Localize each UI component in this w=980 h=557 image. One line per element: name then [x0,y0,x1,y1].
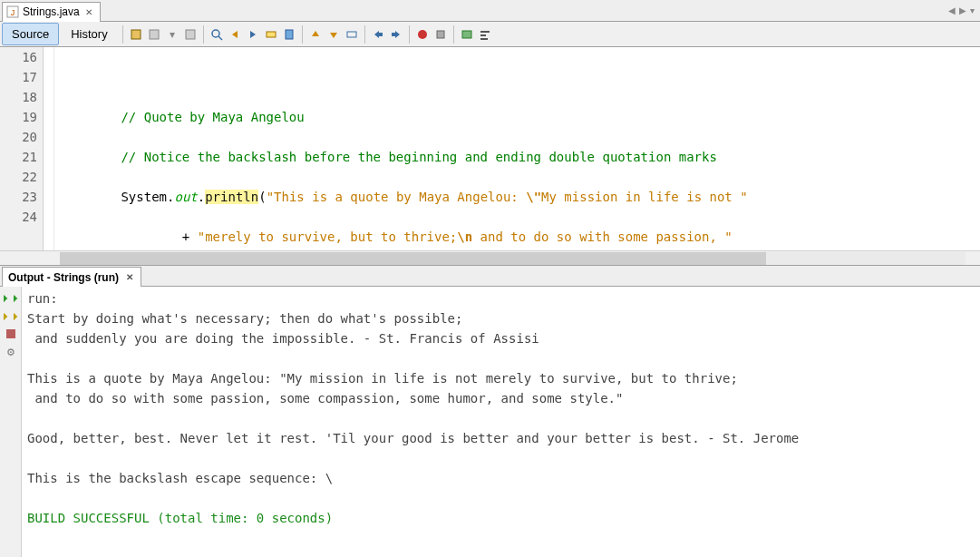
output-panel: ⏵⏵ ⏵⏵ ⚙ run: Start by doing what's neces… [0,287,980,557]
separator [203,25,204,44]
output-line: Start by doing what's necessary; then do… [27,311,462,326]
stop-macro-icon[interactable] [432,26,449,43]
separator [364,25,365,44]
output-tab-label: Output - Strings (run) [8,271,119,284]
svg-marker-8 [250,31,256,38]
line-number: 20 [0,127,37,147]
line-number-gutter: 16 17 18 19 20 21 22 23 24 [0,47,44,250]
output-tab[interactable]: Output - Strings (run) ✕ [2,267,141,287]
code-content[interactable]: // Quote by Maya Angelou // Notice the b… [54,47,980,250]
java-file-icon: J [6,5,19,18]
find-prev-icon[interactable] [227,26,243,43]
svg-marker-7 [232,31,238,38]
uncomment-icon[interactable] [477,26,493,43]
separator [122,25,123,44]
code-line: + "merely to survive, but to thrive;\n a… [60,227,980,247]
fold-gutter [44,47,54,250]
back-icon[interactable] [128,26,144,43]
svg-rect-15 [379,33,383,36]
file-tab-label: Strings.java [23,5,80,18]
svg-rect-13 [347,32,356,37]
editor-toolbar: Source History ▾ [0,22,980,47]
settings-icon[interactable]: ⚙ [4,345,18,359]
code-line [60,67,980,87]
svg-rect-2 [131,30,141,39]
output-tab-bar: Output - Strings (run) ✕ [0,265,980,287]
build-status: BUILD SUCCESSFUL (total time: 0 seconds) [27,511,333,525]
svg-marker-12 [330,33,337,38]
svg-point-5 [212,30,219,37]
svg-line-6 [218,36,222,40]
forward-icon[interactable] [146,26,162,43]
svg-rect-4 [186,30,195,39]
save-icon[interactable] [182,26,199,43]
up-icon[interactable] [307,26,324,43]
output-line: Good, better, best. Never let it rest. '… [27,431,799,445]
line-number: 18 [0,87,37,107]
file-tab-strings[interactable]: J Strings.java ✕ [2,2,101,22]
output-line: run: [27,291,58,306]
source-view-button[interactable]: Source [2,23,59,45]
separator [453,25,454,44]
file-tab-bar: J Strings.java ✕ ◀ ▶ ▾ [0,0,980,22]
output-line: and to do so with some passion, some com… [27,391,631,406]
output-line: This is a quote by Maya Angelou: "My mis… [27,371,738,386]
line-number: 17 [0,67,37,87]
highlight-icon[interactable] [263,26,279,43]
run-icon[interactable]: ⏵⏵ [4,308,18,323]
svg-rect-17 [392,33,395,36]
tab-nav: ◀ ▶ ▾ [948,5,980,15]
output-line: and suddenly you are doing the impossibl… [27,331,539,346]
comment-icon[interactable] [459,26,475,43]
shift-right-icon[interactable] [388,26,404,43]
svg-rect-24 [6,329,15,338]
scrollbar-track[interactable] [60,252,965,265]
svg-text:J: J [11,8,15,17]
code-line: // Notice the backslash before the begin… [60,147,980,167]
line-number: 19 [0,107,37,127]
nav-left-icon[interactable]: ◀ [948,5,956,15]
svg-rect-10 [286,30,293,39]
line-number: 16 [0,47,37,67]
editor-h-scrollbar[interactable] [0,250,980,265]
svg-rect-19 [437,31,444,38]
svg-rect-3 [150,30,159,39]
close-icon[interactable]: ✕ [83,7,94,17]
dropdown-icon[interactable]: ▾ [164,26,180,43]
svg-marker-16 [395,31,400,38]
line-number: 22 [0,167,37,187]
code-line: // Quote by Maya Angelou [60,107,980,127]
rerun-icon[interactable]: ⏵⏵ [4,290,18,305]
close-icon[interactable]: ✕ [124,272,135,282]
line-number: 21 [0,147,37,167]
line-number: 23 [0,187,37,207]
nav-right-icon[interactable]: ▶ [959,5,966,15]
separator [409,25,410,44]
line-number: 24 [0,207,37,227]
shift-left-icon[interactable] [370,26,386,43]
find-next-icon[interactable] [245,26,261,43]
scrollbar-thumb[interactable] [60,252,766,265]
down-icon[interactable] [325,26,342,43]
separator [302,25,303,44]
code-line: System.out.println("This is a quote by M… [60,187,980,207]
svg-rect-9 [267,32,276,37]
svg-marker-11 [312,31,319,36]
toggle-bookmark-icon[interactable] [281,26,297,43]
output-console[interactable]: run: Start by doing what's necessary; th… [22,287,980,557]
svg-marker-14 [374,31,379,38]
select-icon[interactable] [344,26,360,43]
stop-icon[interactable] [4,327,18,341]
svg-rect-20 [462,31,471,38]
code-editor[interactable]: 16 17 18 19 20 21 22 23 24 // Quote by M… [0,47,980,250]
output-sidebar: ⏵⏵ ⏵⏵ ⚙ [0,287,22,557]
svg-point-18 [418,30,427,39]
find-icon[interactable] [209,26,225,43]
nav-menu-icon[interactable]: ▾ [970,5,975,15]
record-macro-icon[interactable] [414,26,431,43]
output-line: This is the backslash escape sequence: \ [27,471,333,485]
history-view-button[interactable]: History [61,23,117,45]
